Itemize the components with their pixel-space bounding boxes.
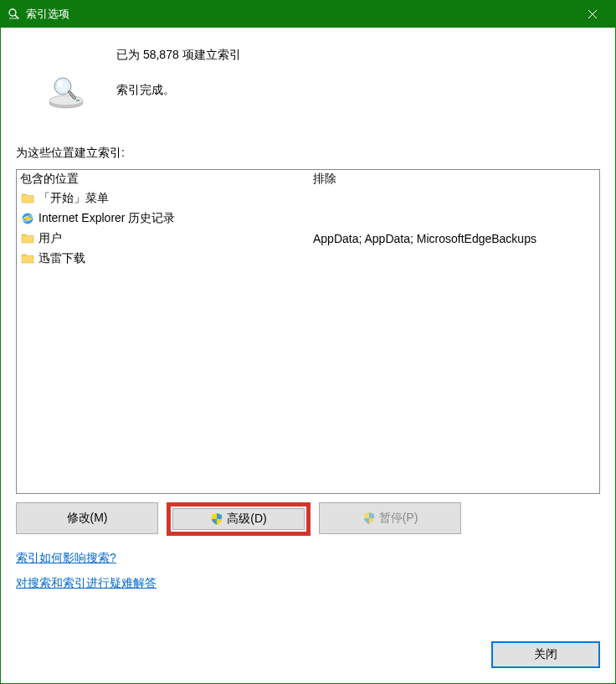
magnifier-drive-icon (46, 76, 86, 112)
ie-icon (20, 211, 35, 226)
location-name: Internet Explorer 历史记录 (38, 211, 313, 226)
shield-icon (362, 512, 376, 525)
close-button[interactable]: 关闭 (491, 641, 600, 668)
advanced-button[interactable]: 高级(D) (172, 508, 305, 530)
column-header-exclude[interactable]: 排除 (313, 172, 596, 187)
status-text: 已为 58,878 项建立索引 索引完成。 (116, 43, 241, 98)
location-name: 用户 (38, 231, 313, 246)
indexing-options-window: 索引选项 (0, 0, 616, 684)
close-icon[interactable] (573, 1, 612, 28)
window-title: 索引选项 (26, 7, 573, 22)
pause-button: 暂停(P) (319, 502, 461, 534)
content-area: 已为 58,878 项建立索引 索引完成。 为这些位置建立索引: 包含的位置 排… (1, 28, 615, 683)
svg-point-10 (58, 80, 63, 87)
list-item[interactable]: 用户AppData; AppData; MicrosoftEdgeBackups (20, 229, 596, 249)
folder-icon (20, 231, 35, 246)
advanced-highlight: 高级(D) (167, 502, 311, 536)
status-area: 已为 58,878 项建立索引 索引完成。 (16, 43, 600, 112)
footer: 关闭 (16, 641, 600, 668)
locations-header: 包含的位置 排除 (17, 170, 599, 188)
troubleshoot-link[interactable]: 对搜索和索引进行疑难解答 (16, 576, 157, 591)
svg-rect-7 (76, 100, 80, 101)
list-item[interactable]: 迅雷下载 (20, 249, 596, 269)
locations-label: 为这些位置建立索引: (16, 146, 600, 161)
location-exclude: AppData; AppData; MicrosoftEdgeBackups (313, 232, 596, 245)
location-name: 迅雷下载 (38, 251, 313, 266)
column-header-include[interactable]: 包含的位置 (20, 172, 313, 187)
svg-rect-2 (9, 18, 19, 19)
folder-icon (20, 251, 35, 266)
list-item[interactable]: Internet Explorer 历史记录 (20, 208, 596, 229)
locations-listbox[interactable]: 包含的位置 排除 「开始」菜单Internet Explorer 历史记录用户A… (16, 169, 600, 494)
titlebar: 索引选项 (1, 1, 615, 28)
shield-icon (210, 512, 223, 526)
modify-button[interactable]: 修改(M) (16, 502, 158, 534)
folder-icon (20, 191, 35, 206)
how-search-affected-link[interactable]: 索引如何影响搜索? (16, 551, 116, 566)
button-row: 修改(M) 高级(D) (16, 502, 600, 536)
indexing-complete-text: 索引完成。 (116, 83, 241, 98)
indexed-count-text: 已为 58,878 项建立索引 (116, 48, 241, 63)
list-item[interactable]: 「开始」菜单 (20, 188, 596, 208)
advanced-button-label: 高级(D) (227, 512, 266, 527)
location-name: 「开始」菜单 (38, 191, 313, 206)
status-icon-wrap (16, 43, 116, 112)
help-links: 索引如何影响搜索? 对搜索和索引进行疑难解答 (16, 551, 600, 601)
pause-button-label: 暂停(P) (379, 511, 418, 526)
svg-point-0 (9, 9, 16, 16)
app-icon (8, 8, 21, 21)
locations-list: 「开始」菜单Internet Explorer 历史记录用户AppData; A… (17, 188, 599, 269)
